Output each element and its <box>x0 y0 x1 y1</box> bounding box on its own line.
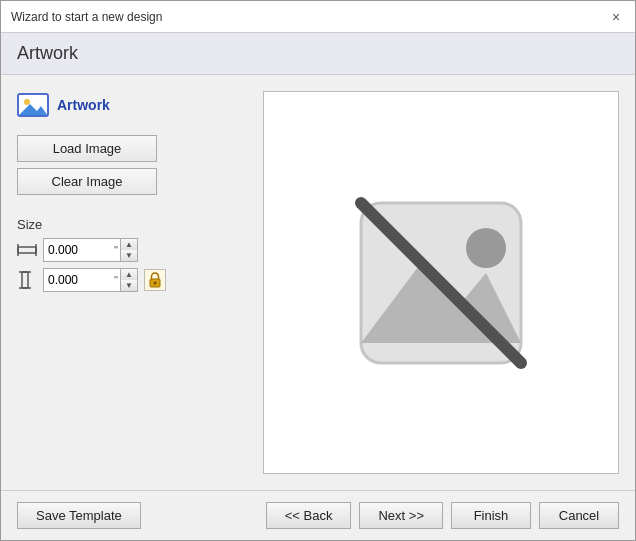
height-unit: " <box>112 274 120 286</box>
svg-point-1 <box>24 99 30 105</box>
main-content: Artwork Load Image Clear Image Size <box>1 75 635 490</box>
finish-button[interactable]: Finish <box>451 502 531 529</box>
size-label: Size <box>17 217 247 232</box>
section-title: Artwork <box>17 43 78 63</box>
width-unit: " <box>112 244 120 256</box>
height-icon <box>17 271 37 289</box>
width-row: " ▲ ▼ <box>17 238 247 262</box>
width-down-button[interactable]: ▼ <box>121 250 137 261</box>
size-section: Size " <box>17 217 247 298</box>
footer-left: Save Template <box>17 502 141 529</box>
width-icon <box>17 241 37 259</box>
height-input[interactable] <box>44 270 112 290</box>
close-button[interactable]: × <box>607 8 625 26</box>
height-row: " ▲ ▼ <box>17 268 247 292</box>
left-panel: Artwork Load Image Clear Image Size <box>17 91 247 474</box>
svg-point-11 <box>153 282 156 285</box>
lock-aspect-button[interactable] <box>144 269 166 291</box>
artwork-label: Artwork <box>57 97 110 113</box>
clear-image-button[interactable]: Clear Image <box>17 168 157 195</box>
svg-point-14 <box>466 228 506 268</box>
svg-rect-4 <box>18 247 36 253</box>
height-up-button[interactable]: ▲ <box>121 269 137 280</box>
width-input[interactable] <box>44 240 112 260</box>
height-down-button[interactable]: ▼ <box>121 280 137 291</box>
panel: Artwork Load Image Clear Image Size <box>1 75 635 490</box>
artwork-icon <box>17 91 49 119</box>
save-template-button[interactable]: Save Template <box>17 502 141 529</box>
footer: Save Template << Back Next >> Finish Can… <box>1 490 635 540</box>
section-header: Artwork <box>1 33 635 75</box>
height-input-wrap: " ▲ ▼ <box>43 268 138 292</box>
artwork-label-row: Artwork <box>17 91 247 119</box>
image-preview-panel <box>263 91 619 474</box>
no-image-icon <box>341 183 541 383</box>
next-button[interactable]: Next >> <box>359 502 443 529</box>
title-bar: Wizard to start a new design × <box>1 1 635 33</box>
svg-rect-7 <box>22 272 28 288</box>
width-spinner: ▲ ▼ <box>120 239 137 261</box>
dialog-title: Wizard to start a new design <box>11 10 162 24</box>
footer-right: << Back Next >> Finish Cancel <box>266 502 619 529</box>
cancel-button[interactable]: Cancel <box>539 502 619 529</box>
back-button[interactable]: << Back <box>266 502 352 529</box>
width-input-wrap: " ▲ ▼ <box>43 238 138 262</box>
width-up-button[interactable]: ▲ <box>121 239 137 250</box>
height-spinner: ▲ ▼ <box>120 269 137 291</box>
wizard-dialog: Wizard to start a new design × Artwork <box>0 0 636 541</box>
load-image-button[interactable]: Load Image <box>17 135 157 162</box>
